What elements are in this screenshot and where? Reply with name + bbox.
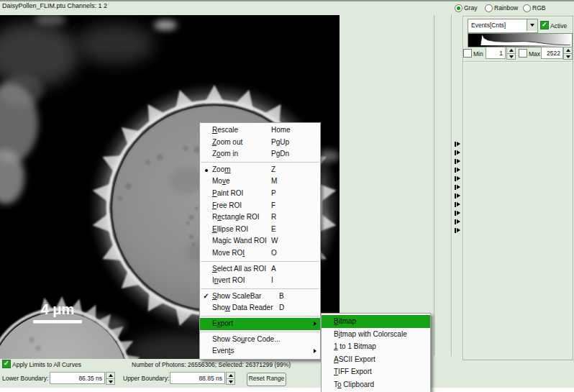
menu-item-label: Select All as ROI — [212, 263, 266, 275]
menu-item-select-all-as-roi[interactable]: Select All as ROIA — [200, 263, 320, 275]
menu-item-bitmap-with-colorscale[interactable]: Bitmap with Colorscale — [322, 328, 430, 341]
menu-item-label: Invert ROI — [212, 275, 245, 287]
menu-item-label: Show Data Reader — [212, 302, 273, 314]
lower-boundary-input[interactable] — [50, 372, 105, 384]
menu-item-ascii-export[interactable]: ASCII Export — [322, 353, 430, 366]
panel-splitter[interactable] — [451, 15, 452, 356]
menu-item-magic-wand-roi[interactable]: Magic Wand ROIW — [200, 235, 320, 247]
menu-item-free-roi[interactable]: Free ROIF — [200, 200, 320, 212]
expand-panel-arrow-icon[interactable] — [454, 192, 463, 201]
colormap-radio-label: Rainbow — [494, 4, 518, 12]
expand-panel-arrow-icon[interactable] — [454, 183, 463, 192]
flim-analysis-window: DaisyPollen_FLIM.ptu Channels: 1 2 — [0, 0, 574, 388]
submenu-arrow-icon — [314, 349, 316, 353]
upper-boundary-input[interactable] — [170, 372, 225, 384]
menu-item-export[interactable]: Export — [200, 318, 320, 330]
expand-panel-arrow-icon[interactable] — [454, 209, 463, 218]
menu-item-events[interactable]: Events — [200, 345, 320, 357]
expand-panel-arrow-icon[interactable] — [454, 140, 463, 149]
max-input[interactable] — [541, 47, 563, 59]
max-spinner — [563, 47, 572, 59]
menu-shortcut: I — [271, 275, 273, 287]
image-context-menu: RescaleHomeZoom outPgUpZoom inPgDnZoomZM… — [199, 122, 321, 360]
menu-shortcut: M — [271, 176, 277, 188]
menu-item-ellipse-roi[interactable]: Ellipse ROIE — [200, 224, 320, 236]
menu-item-label: Zoom in — [212, 148, 238, 160]
min-checkbox[interactable] — [463, 49, 472, 58]
menu-item-paint-roi[interactable]: Paint ROIP — [200, 188, 320, 200]
menu-shortcut: PgDn — [271, 148, 289, 160]
menu-item-move[interactable]: MoveM — [200, 176, 320, 188]
expand-panel-arrow-icon[interactable] — [454, 158, 463, 166]
panel-divider — [434, 15, 434, 356]
intensity-panel — [463, 16, 573, 360]
max-checkbox[interactable] — [519, 49, 527, 58]
menu-item-invert-roi[interactable]: Invert ROII — [200, 275, 320, 287]
menu-item-show-source-code[interactable]: Show Source Code... — [200, 334, 320, 346]
menu-item-rectangle-roi[interactable]: Rectangle ROIR — [200, 211, 320, 224]
menu-separator — [201, 261, 319, 262]
menu-shortcut: O — [271, 247, 277, 260]
scale-bar-label: 4 μm — [41, 301, 75, 317]
menu-item-label: Export — [212, 318, 233, 330]
reset-range-button[interactable]: Reset Range — [247, 373, 286, 386]
expand-panel-arrow-icon[interactable] — [454, 218, 463, 227]
intensity-histogram[interactable] — [468, 33, 573, 47]
max-label: Max — [529, 50, 540, 58]
menu-item-rescale[interactable]: RescaleHome — [200, 124, 320, 137]
histogram-curve — [480, 35, 570, 45]
dropdown-arrow-icon[interactable] — [527, 19, 537, 31]
colormap-radio-label: RGB — [532, 4, 545, 12]
menu-item-tiff-export[interactable]: TIFF Export — [322, 365, 430, 378]
menu-item-label: Show ScaleBar — [212, 291, 261, 303]
min-spin-down-button[interactable] — [506, 53, 516, 60]
colormap-radio-label: Gray — [464, 4, 477, 12]
menu-item-label: ASCII Export — [334, 353, 375, 366]
menu-item-label: To Clipboard — [334, 378, 374, 391]
colormap-radio-rgb[interactable] — [523, 4, 531, 12]
menu-item-label: Move — [212, 176, 229, 188]
menu-separator — [201, 162, 319, 163]
menu-item-zoom[interactable]: ZoomZ — [200, 164, 320, 176]
menu-item-label: Bitmap — [334, 315, 356, 328]
submenu-arrow-icon — [314, 322, 316, 326]
upper-boundary-label: Upper Boundary: — [123, 375, 169, 383]
menu-item-zoom-in[interactable]: Zoom inPgDn — [200, 148, 320, 160]
menu-item-show-scalebar[interactable]: ✓Show ScaleBarB — [200, 291, 320, 303]
colormap-radio-rainbow[interactable] — [485, 4, 493, 12]
menu-item-1-to-1-bitmap[interactable]: 1 to 1 Bitmap — [322, 340, 430, 353]
colormap-radio-gray[interactable] — [455, 4, 463, 12]
lower-boundary-spinner — [106, 372, 114, 384]
menu-item-move-roi[interactable]: Move ROIO — [200, 247, 320, 260]
expand-panel-arrow-icon[interactable] — [454, 175, 463, 183]
expand-panel-arrow-icon[interactable] — [454, 149, 463, 158]
data-source-dropdown[interactable]: Events[Cnts] — [468, 19, 538, 33]
expand-panel-arrow-icon[interactable] — [454, 166, 463, 175]
menu-item-zoom-out[interactable]: Zoom outPgUp — [200, 137, 320, 149]
max-spin-down-button[interactable] — [563, 53, 573, 60]
menu-item-label: Rectangle ROI — [212, 211, 260, 224]
menu-item-label: Ellipse ROI — [212, 224, 248, 236]
menu-item-to-clipboard[interactable]: To Clipboard — [322, 378, 430, 391]
min-spinner — [506, 47, 515, 59]
menu-item-label: Events — [212, 345, 234, 357]
menu-item-show-data-reader[interactable]: Show Data ReaderD — [200, 302, 320, 314]
menu-item-label: Show Source Code... — [212, 334, 281, 346]
menu-shortcut: F — [271, 200, 275, 212]
menu-separator — [201, 288, 319, 289]
menu-item-label: Paint ROI — [212, 188, 243, 200]
application-window: DaisyPollen_FLIM.ptu Channels: 1 2 — [0, 0, 574, 392]
menu-item-bitmap[interactable]: Bitmap — [322, 315, 430, 328]
photon-count-text: Number of Photons: 26556306; Selected: 2… — [132, 361, 291, 369]
expand-panel-arrow-icon[interactable] — [454, 227, 463, 235]
lower-boundary-spin-down-button[interactable] — [106, 378, 115, 386]
expand-panel-arrow-icon[interactable] — [454, 201, 463, 209]
menu-separator — [201, 316, 319, 316]
min-input[interactable] — [486, 47, 506, 59]
upper-boundary-spin-down-button[interactable] — [226, 378, 235, 386]
menu-shortcut: W — [271, 235, 278, 247]
intensity-panel-divider — [463, 61, 571, 62]
menu-shortcut: R — [271, 211, 276, 224]
apply-limits-checkbox[interactable] — [2, 360, 11, 368]
active-checkbox[interactable] — [540, 21, 549, 29]
